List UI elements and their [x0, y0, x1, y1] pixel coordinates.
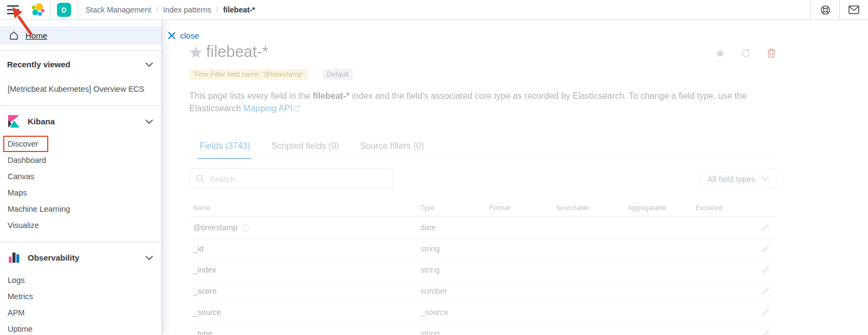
chevron-down-icon — [762, 176, 769, 181]
observability-section-title[interactable]: Observability — [28, 253, 79, 262]
sidebar-item-canvas[interactable]: Canvas — [8, 168, 153, 185]
filter-row: All field types — [189, 168, 777, 189]
favorite-star-icon[interactable] — [189, 46, 202, 59]
page-title: filebeat-* — [206, 43, 268, 61]
default-badge: Default — [323, 69, 353, 80]
breadcrumb-separator: / — [216, 5, 218, 14]
edit-field-button[interactable] — [762, 224, 769, 231]
trash-icon — [767, 48, 776, 58]
sidebar-item-logs[interactable]: Logs — [8, 272, 153, 288]
elastic-logo-icon — [31, 3, 45, 17]
edit-field-button[interactable] — [762, 308, 769, 316]
edit-field-button[interactable] — [762, 287, 769, 295]
sidebar-home-label: Home — [25, 31, 47, 40]
field-type: number — [420, 287, 489, 295]
field-name: _source — [193, 308, 221, 317]
header-actions — [810, 0, 868, 20]
field-type: string — [420, 329, 489, 335]
external-link-icon — [293, 103, 301, 115]
search-input[interactable] — [209, 174, 387, 184]
column-header-aggregatable[interactable]: Aggregatable — [628, 204, 695, 212]
breadcrumb: Stack Management / Index patterns / file… — [86, 5, 255, 14]
sidebar-item-discover[interactable]: Discover — [8, 136, 153, 152]
description-text: This page lists every field in the — [189, 91, 313, 100]
chevron-down-icon[interactable] — [145, 62, 153, 67]
close-flyout-button[interactable]: close — [168, 31, 199, 40]
column-header-excluded[interactable]: Excluded — [695, 204, 752, 212]
field-type: string — [420, 244, 489, 253]
column-header-searchable[interactable]: Searchable — [556, 204, 628, 212]
table-row: _type string — [189, 323, 777, 335]
breadcrumb-current-page: filebeat-* — [223, 5, 255, 14]
index-pattern-actions — [716, 48, 776, 58]
refresh-icon — [741, 48, 751, 58]
mail-icon — [848, 5, 859, 14]
table-row: _score number — [189, 280, 777, 301]
divider — [78, 0, 78, 20]
chevron-down-icon[interactable] — [145, 119, 153, 124]
sidebar-item-metrics[interactable]: Metrics — [8, 288, 153, 305]
breadcrumb-stack-management[interactable]: Stack Management — [86, 5, 151, 14]
index-pattern-detail-panel: filebeat-* — [189, 20, 777, 335]
sidebar-item-apm[interactable]: APM — [8, 305, 153, 321]
close-label: close — [180, 31, 199, 40]
menu-hamburger-button[interactable] — [0, 0, 26, 20]
observability-section: Observability Logs Metrics APM Uptime — [0, 242, 162, 335]
delete-index-pattern-button[interactable] — [767, 48, 776, 58]
field-name: _index — [193, 266, 216, 274]
help-button[interactable] — [811, 0, 839, 20]
close-icon — [168, 32, 175, 39]
set-default-star-button[interactable] — [716, 48, 725, 58]
column-header-type[interactable]: Type — [420, 204, 489, 212]
sidebar-item-home[interactable]: Home — [0, 26, 162, 45]
help-icon — [820, 5, 831, 15]
field-name: _score — [193, 287, 217, 295]
newsfeed-button[interactable] — [840, 0, 868, 20]
kibana-section-title[interactable]: Kibana — [28, 117, 55, 126]
recently-viewed-section: Recently viewed [Metricbeat Kubernetes] … — [0, 51, 162, 99]
chevron-down-icon[interactable] — [145, 256, 153, 260]
kibana-logo-icon — [7, 115, 21, 128]
edit-field-button[interactable] — [762, 330, 769, 335]
sidebar-item-visualize[interactable]: Visualize — [8, 217, 153, 233]
recently-viewed-title[interactable]: Recently viewed — [7, 60, 71, 69]
breadcrumb-index-patterns[interactable]: Index patterns — [163, 5, 212, 14]
edit-field-button[interactable] — [762, 245, 769, 252]
space-badge[interactable]: D — [57, 3, 71, 17]
field-search-box — [189, 168, 393, 189]
pencil-icon — [762, 245, 769, 252]
sidebar-item-dashboard[interactable]: Dashboard — [8, 152, 153, 168]
elastic-logo[interactable] — [26, 3, 50, 17]
field-name: _id — [193, 244, 203, 253]
pencil-icon — [762, 330, 769, 335]
fields-table: Name Type Format Searchable Aggregatable… — [189, 200, 777, 335]
refresh-field-list-button[interactable] — [741, 48, 751, 58]
field-tabs: Fields (3743) Scripted fields (0) Source… — [189, 136, 777, 159]
badge-row: Time Filter field name: '@timestamp' Def… — [189, 69, 777, 80]
pencil-icon — [762, 308, 769, 316]
table-row: @timestamp date — [189, 217, 777, 238]
sidebar-item-machine-learning[interactable]: Machine Learning — [8, 201, 153, 217]
sidebar-item-uptime[interactable]: Uptime — [8, 321, 153, 335]
mapping-api-link[interactable]: Mapping API — [244, 104, 293, 113]
edit-field-button[interactable] — [762, 266, 769, 274]
kibana-section: Kibana Discover Dashboard Canvas Maps Ma… — [0, 106, 162, 236]
pencil-icon — [762, 287, 769, 295]
column-header-format[interactable]: Format — [489, 204, 556, 212]
divider — [50, 0, 50, 20]
description-index-name: filebeat-* — [313, 91, 350, 100]
observability-logo-icon — [7, 251, 21, 264]
breadcrumb-separator: / — [156, 5, 158, 14]
table-row: _index string — [189, 259, 777, 280]
tab-fields[interactable]: Fields (3743) — [198, 136, 252, 159]
field-name: _type — [193, 329, 212, 335]
recently-viewed-item[interactable]: [Metricbeat Kubernetes] Overview ECS — [8, 81, 153, 97]
column-header-name[interactable]: Name — [193, 204, 420, 212]
sidebar-item-maps[interactable]: Maps — [8, 185, 153, 201]
field-type-filter-dropdown[interactable]: All field types — [699, 168, 777, 189]
tab-scripted-fields[interactable]: Scripted fields (0) — [270, 136, 341, 159]
time-filter-badge: Time Filter field name: '@timestamp' — [189, 69, 308, 80]
table-header-row: Name Type Format Searchable Aggregatable… — [189, 200, 777, 217]
tab-source-filters[interactable]: Source filters (0) — [359, 136, 425, 159]
pencil-icon — [762, 266, 769, 274]
